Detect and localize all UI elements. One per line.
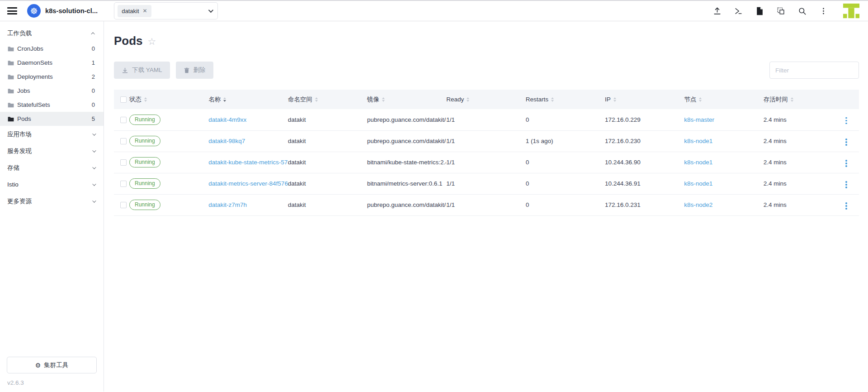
search-icon[interactable] bbox=[797, 6, 807, 15]
sort-icon[interactable] bbox=[791, 97, 793, 102]
close-icon[interactable]: ✕ bbox=[143, 8, 147, 14]
row-menu-icon[interactable] bbox=[843, 201, 850, 211]
table-row: Running datakit-4m9xx datakit pubrepo.gu… bbox=[114, 109, 859, 130]
row-menu-icon[interactable] bbox=[843, 179, 850, 190]
sidebar-item[interactable]: StatefulSets 0 bbox=[0, 98, 104, 112]
chevron-down-icon bbox=[92, 182, 96, 186]
filter-input[interactable] bbox=[769, 62, 859, 79]
chevron-down-icon bbox=[208, 8, 213, 13]
sidebar-item[interactable]: DaemonSets 1 bbox=[0, 56, 104, 70]
row-menu-icon[interactable] bbox=[843, 137, 850, 148]
name-cell: datakit-kube-state-metrics-57c8b6545c-zs… bbox=[208, 152, 288, 173]
sidebar-group-workloads[interactable]: 工作负载 bbox=[0, 25, 104, 42]
sort-icon[interactable] bbox=[144, 97, 147, 102]
sidebar-item[interactable]: Pods 5 bbox=[0, 112, 104, 126]
sidebar-group[interactable]: 服务发现 bbox=[0, 143, 104, 159]
folder-icon bbox=[8, 46, 14, 52]
delete-label: 删除 bbox=[193, 66, 206, 74]
node-cell: k8s-node2 bbox=[684, 194, 763, 215]
table-row: Running datakit-metrics-server-84f5765bc… bbox=[114, 173, 859, 194]
topbar: ☸ k8s-solution-cl... datakit ✕ bbox=[0, 1, 868, 21]
sort-icon[interactable] bbox=[699, 97, 702, 102]
restarts-cell: 0 bbox=[526, 109, 605, 130]
ready-cell: 1/1 bbox=[446, 130, 525, 152]
sort-icon[interactable] bbox=[382, 97, 385, 102]
sidebar-item[interactable]: Jobs 0 bbox=[0, 84, 104, 98]
column-header[interactable]: 节点 bbox=[684, 90, 763, 109]
column-header[interactable]: 命名空间 bbox=[288, 90, 367, 109]
hamburger-menu-icon[interactable] bbox=[6, 7, 18, 15]
more-vertical-icon[interactable] bbox=[819, 6, 828, 15]
node-link[interactable]: k8s-node1 bbox=[684, 180, 712, 187]
terminal-icon[interactable] bbox=[734, 6, 743, 15]
node-link[interactable]: k8s-node1 bbox=[684, 138, 712, 144]
pods-table: 状态 名称 命名空间 bbox=[114, 90, 859, 216]
sidebar-item-label: Jobs bbox=[17, 87, 30, 94]
sidebar-item-count: 5 bbox=[92, 115, 95, 122]
upload-icon[interactable] bbox=[712, 6, 722, 15]
row-checkbox[interactable] bbox=[120, 159, 127, 166]
file-icon[interactable] bbox=[755, 6, 764, 15]
pod-name-link[interactable]: datakit-metrics-server-84f5765bc-h68g6 bbox=[208, 180, 288, 187]
star-icon[interactable]: ☆ bbox=[148, 36, 156, 46]
cluster-tools-button[interactable]: ⚙ 集群工具 bbox=[7, 357, 97, 373]
ip-cell: 10.244.36.90 bbox=[605, 152, 684, 173]
node-cell: k8s-node1 bbox=[684, 173, 763, 194]
sidebar-item[interactable]: Deployments 2 bbox=[0, 70, 104, 84]
brand-logo[interactable] bbox=[843, 2, 860, 19]
ip-cell: 172.16.0.229 bbox=[605, 109, 684, 130]
pod-name-link[interactable]: datakit-98kq7 bbox=[208, 138, 245, 144]
column-header[interactable]: 镜像 bbox=[367, 90, 446, 109]
copy-icon[interactable] bbox=[776, 6, 785, 15]
namespace-tag-label: datakit bbox=[122, 8, 139, 14]
namespace-cell: datakit bbox=[288, 130, 367, 152]
column-header[interactable]: IP bbox=[605, 90, 684, 109]
topbar-actions bbox=[712, 2, 860, 19]
sort-icon[interactable] bbox=[223, 97, 226, 102]
image-cell: pubrepo.guance.com/datakit/datakit:1.4.0 bbox=[367, 194, 446, 215]
column-header-label: 节点 bbox=[684, 96, 696, 104]
pod-name-link[interactable]: datakit-kube-state-metrics-57c8b6545c-zs… bbox=[208, 159, 288, 166]
cluster-name: k8s-solution-cl... bbox=[45, 7, 98, 14]
sidebar-group[interactable]: 存储 bbox=[0, 159, 104, 176]
row-checkbox[interactable] bbox=[120, 117, 127, 123]
sort-icon[interactable] bbox=[467, 97, 469, 102]
sidebar-item[interactable]: CronJobs 0 bbox=[0, 42, 104, 56]
status-cell: Running bbox=[129, 173, 208, 194]
sort-icon[interactable] bbox=[613, 97, 616, 102]
column-header[interactable]: 状态 bbox=[129, 90, 208, 109]
table-row: Running datakit-z7m7h datakit pubrepo.gu… bbox=[114, 194, 859, 215]
delete-button[interactable]: 删除 bbox=[176, 62, 213, 79]
chevron-down-icon bbox=[92, 165, 96, 169]
row-menu-icon[interactable] bbox=[843, 158, 850, 169]
folder-icon bbox=[8, 74, 14, 80]
row-checkbox[interactable] bbox=[120, 202, 127, 208]
select-all-checkbox[interactable] bbox=[120, 96, 127, 103]
sidebar-group[interactable]: 应用市场 bbox=[0, 126, 104, 143]
row-checkbox[interactable] bbox=[120, 181, 127, 187]
sidebar-group[interactable]: 更多资源 bbox=[0, 193, 104, 210]
sidebar-group-label: 应用市场 bbox=[7, 130, 32, 139]
row-checkbox[interactable] bbox=[120, 138, 127, 144]
status-badge: Running bbox=[129, 115, 160, 125]
sort-icon[interactable] bbox=[315, 97, 318, 102]
image-cell: bitnami/kube-state-metrics:2.4.2-debian-… bbox=[367, 152, 446, 173]
column-header[interactable]: Restarts bbox=[526, 90, 605, 109]
pod-name-link[interactable]: datakit-z7m7h bbox=[208, 201, 247, 208]
namespace-select[interactable]: datakit ✕ bbox=[114, 2, 218, 19]
ip-cell: 172.16.0.231 bbox=[605, 194, 684, 215]
sidebar-group[interactable]: Istio bbox=[0, 176, 104, 193]
ready-cell: 1/1 bbox=[446, 173, 525, 194]
column-header[interactable]: 名称 bbox=[208, 90, 288, 109]
column-header[interactable]: Ready bbox=[446, 90, 525, 109]
row-menu-icon[interactable] bbox=[843, 115, 850, 126]
download-yaml-button[interactable]: 下载 YAML bbox=[114, 62, 170, 79]
pod-name-link[interactable]: datakit-4m9xx bbox=[208, 116, 246, 123]
column-header[interactable]: 存活时间 bbox=[764, 90, 843, 109]
sort-icon[interactable] bbox=[551, 97, 554, 102]
sidebar-item-count: 0 bbox=[92, 87, 95, 94]
node-link[interactable]: k8s-node2 bbox=[684, 201, 712, 208]
status-badge: Running bbox=[129, 178, 160, 189]
node-link[interactable]: k8s-node1 bbox=[684, 159, 712, 166]
node-link[interactable]: k8s-master bbox=[684, 116, 714, 123]
